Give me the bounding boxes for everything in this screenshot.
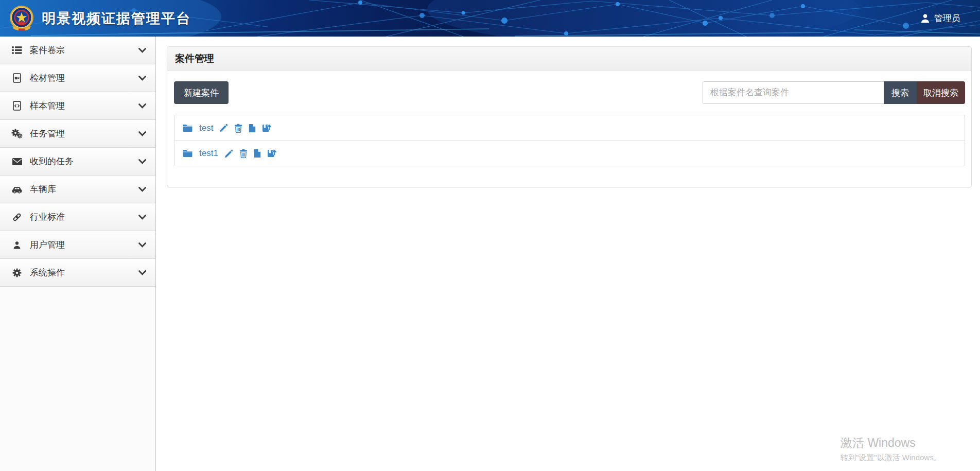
export-icon[interactable] bbox=[267, 149, 277, 158]
file-video-icon bbox=[11, 73, 23, 83]
case-row: test bbox=[174, 115, 965, 141]
sidebar-item-label: 收到的任务 bbox=[30, 155, 138, 167]
chevron-down-icon bbox=[138, 157, 146, 166]
search-button[interactable]: 搜索 bbox=[884, 81, 917, 104]
new-case-button[interactable]: 新建案件 bbox=[174, 81, 229, 104]
report-icon[interactable] bbox=[254, 149, 261, 158]
folder-icon bbox=[182, 124, 193, 132]
sidebar-item-label: 样本管理 bbox=[30, 100, 138, 112]
export-icon[interactable] bbox=[262, 124, 272, 133]
folder-icon bbox=[182, 149, 193, 158]
app-header: 明景视频证据管理平台 管理员 bbox=[0, 0, 980, 37]
edit-icon[interactable] bbox=[224, 149, 233, 158]
sidebar-item-case-dossier[interactable]: 案件卷宗 bbox=[0, 37, 155, 64]
case-row: test1 bbox=[174, 141, 965, 166]
sidebar-item-label: 任务管理 bbox=[30, 128, 138, 139]
user-icon bbox=[11, 241, 23, 249]
case-list: test bbox=[174, 115, 965, 166]
watermark-line2: 转到"设置"以激活 Windows。 bbox=[841, 453, 941, 463]
main-content: 案件管理 新建案件 搜索 取消搜索 test bbox=[156, 37, 980, 471]
car-icon bbox=[11, 185, 23, 194]
brand: 明景视频证据管理平台 bbox=[8, 0, 191, 37]
sidebar-item-evidence-management[interactable]: 检材管理 bbox=[0, 64, 155, 92]
case-name-link[interactable]: test1 bbox=[199, 148, 218, 159]
trash-icon[interactable] bbox=[239, 149, 248, 158]
chevron-down-icon bbox=[138, 213, 146, 222]
sidebar-item-label: 行业标准 bbox=[30, 211, 138, 223]
sidebar: 案件卷宗 检材管理 样本管理 bbox=[0, 37, 156, 471]
user-icon bbox=[920, 13, 930, 23]
envelope-icon bbox=[11, 158, 23, 165]
case-management-panel: 案件管理 新建案件 搜索 取消搜索 test bbox=[167, 46, 972, 187]
page-title: 案件管理 bbox=[167, 47, 971, 71]
watermark-line1: 激活 Windows bbox=[841, 435, 941, 451]
sidebar-item-label: 车辆库 bbox=[30, 183, 138, 195]
search-group: 搜索 取消搜索 bbox=[703, 81, 965, 104]
toolbar: 新建案件 搜索 取消搜索 bbox=[174, 81, 965, 104]
sidebar-item-label: 系统操作 bbox=[30, 267, 138, 278]
chevron-down-icon bbox=[138, 185, 146, 194]
sidebar-item-received-tasks[interactable]: 收到的任务 bbox=[0, 148, 155, 176]
cogs-icon bbox=[11, 129, 23, 138]
link-icon bbox=[11, 213, 23, 222]
user-menu[interactable]: 管理员 bbox=[920, 0, 960, 37]
sidebar-item-label: 用户管理 bbox=[30, 239, 138, 251]
user-name: 管理员 bbox=[934, 12, 960, 24]
chevron-down-icon bbox=[138, 101, 146, 111]
chevron-down-icon bbox=[138, 129, 146, 138]
sidebar-item-label: 检材管理 bbox=[30, 72, 138, 84]
th-list-icon bbox=[11, 46, 23, 55]
windows-activation-watermark: 激活 Windows 转到"设置"以激活 Windows。 bbox=[841, 435, 941, 463]
app-title: 明景视频证据管理平台 bbox=[42, 9, 191, 28]
sidebar-item-label: 案件卷宗 bbox=[30, 44, 138, 56]
sidebar-item-industry-standards[interactable]: 行业标准 bbox=[0, 203, 155, 231]
chevron-down-icon bbox=[138, 46, 146, 55]
case-search-input[interactable] bbox=[703, 81, 884, 104]
cancel-search-button[interactable]: 取消搜索 bbox=[917, 81, 965, 104]
sidebar-item-sample-management[interactable]: 样本管理 bbox=[0, 92, 155, 120]
sidebar-item-system-operations[interactable]: 系统操作 bbox=[0, 259, 155, 287]
edit-icon[interactable] bbox=[219, 124, 228, 132]
sidebar-item-vehicle-library[interactable]: 车辆库 bbox=[0, 176, 155, 203]
chevron-down-icon bbox=[138, 268, 146, 277]
file-code-icon bbox=[11, 101, 23, 111]
sidebar-item-task-management[interactable]: 任务管理 bbox=[0, 120, 155, 148]
chevron-down-icon bbox=[138, 240, 146, 250]
gear-icon bbox=[11, 268, 23, 277]
case-name-link[interactable]: test bbox=[199, 123, 213, 133]
trash-icon[interactable] bbox=[234, 124, 242, 133]
report-icon[interactable] bbox=[249, 124, 256, 133]
panel-body: 新建案件 搜索 取消搜索 test bbox=[167, 71, 971, 166]
sidebar-item-user-management[interactable]: 用户管理 bbox=[0, 231, 155, 259]
police-badge-icon bbox=[8, 5, 35, 32]
chevron-down-icon bbox=[138, 74, 146, 83]
